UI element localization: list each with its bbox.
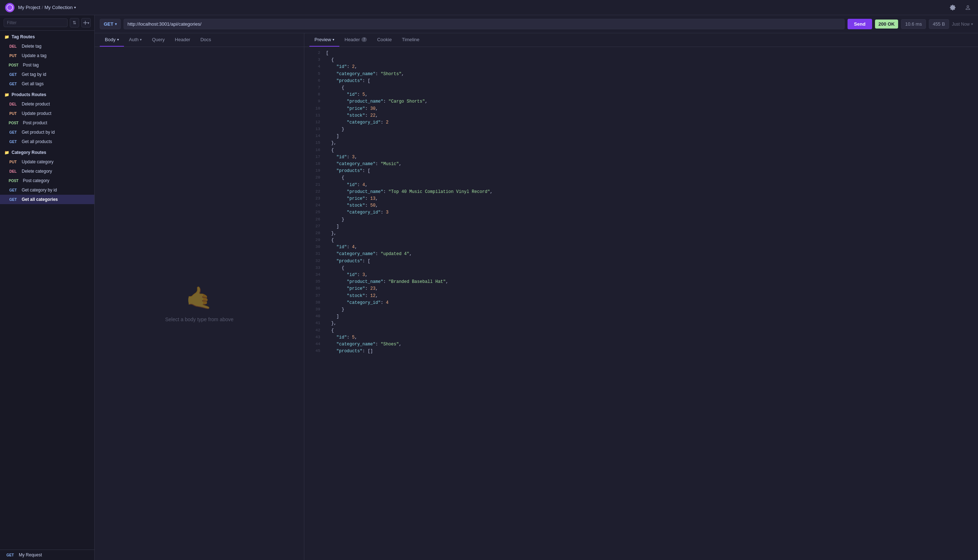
collection-chevron-icon: ▾: [74, 5, 76, 9]
route-item[interactable]: DEL Delete category: [0, 167, 94, 176]
line-content: {: [326, 327, 334, 334]
url-input[interactable]: [124, 19, 844, 29]
sidebar-content: 📁Tag Routes DEL Delete tag PUT Update a …: [0, 31, 94, 550]
code-line: 15 },: [304, 140, 978, 147]
response-time: 10.6 ms: [901, 19, 926, 29]
route-item[interactable]: GET Get product by id: [0, 128, 94, 137]
route-item[interactable]: GET Get all categories: [0, 195, 94, 204]
route-item[interactable]: GET Get all tags: [0, 79, 94, 88]
line-content: ]: [326, 313, 339, 320]
line-number: 29: [309, 237, 320, 244]
code-line: 13 }: [304, 126, 978, 133]
route-item[interactable]: POST Post category: [0, 176, 94, 185]
route-item[interactable]: PUT Update product: [0, 109, 94, 118]
settings-button[interactable]: [948, 3, 958, 13]
status-badge: 200 OK: [875, 20, 898, 28]
code-line: 42 {: [304, 327, 978, 334]
line-number: 15: [309, 140, 320, 147]
method-badge: POST: [7, 178, 20, 183]
line-number: 6: [309, 78, 320, 85]
code-line: 19 "products": [: [304, 168, 978, 175]
request-tab-body[interactable]: Body▾: [100, 33, 124, 47]
line-content: "products": [: [326, 258, 370, 265]
route-label: Delete tag: [22, 44, 42, 49]
line-content: "products": [: [326, 78, 370, 85]
route-item[interactable]: GET Get category by id: [0, 185, 94, 195]
line-number: 32: [309, 258, 320, 265]
line-number: 35: [309, 278, 320, 285]
code-line: 16 {: [304, 147, 978, 154]
route-label: Delete product: [22, 102, 50, 107]
line-number: 34: [309, 272, 320, 278]
method-selector[interactable]: GET ▾: [100, 19, 121, 29]
route-item[interactable]: PUT Update a tag: [0, 51, 94, 60]
response-tab-timeline[interactable]: Timeline: [397, 33, 425, 47]
send-button[interactable]: Send: [848, 19, 872, 29]
method-badge: GET: [7, 130, 19, 135]
route-item[interactable]: GET Get tag by id: [0, 70, 94, 79]
section-header-products-routes[interactable]: 📁Products Routes: [0, 88, 94, 99]
project-name: My Project: [18, 5, 40, 10]
line-number: 42: [309, 327, 320, 334]
method-badge: GET: [7, 140, 19, 144]
sort-button[interactable]: ⇅: [70, 18, 79, 27]
user-button[interactable]: [963, 3, 973, 13]
line-content: "category_name": "Music",: [326, 161, 402, 168]
route-label: Get category by id: [22, 188, 57, 193]
route-item[interactable]: DEL Delete product: [0, 99, 94, 109]
route-label: Get all categories: [22, 197, 58, 202]
route-label: Delete category: [22, 169, 52, 174]
line-number: 41: [309, 320, 320, 327]
code-line: 22 "product_name": "Top 40 Music Compila…: [304, 188, 978, 195]
response-tab-cookie[interactable]: Cookie: [372, 33, 397, 47]
method-chevron-icon: ▾: [115, 22, 117, 26]
request-tab-query[interactable]: Query: [147, 33, 170, 47]
response-timestamp: Just Now ▾: [952, 22, 973, 27]
code-line: 18 "category_name": "Music",: [304, 161, 978, 168]
collection-name[interactable]: My Collection ▾: [45, 5, 76, 10]
code-line: 43 "id": 5,: [304, 334, 978, 341]
line-number: 14: [309, 133, 320, 140]
method-badge: POST: [7, 121, 20, 125]
code-line: 37 "stock": 12,: [304, 293, 978, 300]
route-item[interactable]: DEL Delete tag: [0, 42, 94, 51]
line-number: 10: [309, 105, 320, 112]
line-content: },: [326, 140, 337, 147]
code-line: 33 {: [304, 265, 978, 272]
folder-icon: 📁: [4, 92, 9, 97]
line-content: ]: [326, 223, 339, 230]
route-label: Get all products: [22, 139, 52, 144]
line-content: "stock": 22,: [326, 112, 378, 119]
route-item[interactable]: PUT Update category: [0, 157, 94, 167]
code-view[interactable]: 2 [ 3 { 4 "id": 2, 5 "category_name": "S…: [304, 47, 978, 560]
request-tab-auth[interactable]: Auth▾: [124, 33, 147, 47]
route-item[interactable]: GET Get all products: [0, 137, 94, 146]
request-tab-docs[interactable]: Docs: [195, 33, 216, 47]
line-content: "category_id": 3: [326, 209, 389, 216]
placeholder-text: Select a body type from above: [165, 317, 234, 322]
line-number: 13: [309, 126, 320, 133]
code-line: 36 "price": 23,: [304, 285, 978, 292]
filter-input[interactable]: [3, 18, 68, 27]
code-line: 24 "stock": 50,: [304, 202, 978, 209]
my-request-item[interactable]: GET My Request: [0, 550, 94, 560]
section-header-category-routes[interactable]: 📁Category Routes: [0, 146, 94, 157]
response-tab-header[interactable]: Header7: [339, 33, 372, 47]
request-panel: Body▾Auth▾QueryHeaderDocs 🤙 Select a bod…: [95, 33, 304, 560]
method-badge: DEL: [7, 102, 19, 107]
route-item[interactable]: POST Post product: [0, 118, 94, 128]
line-content: "products": [: [326, 168, 370, 175]
my-request-label: My Request: [19, 552, 42, 557]
response-tab-preview[interactable]: Preview▾: [309, 33, 339, 47]
code-line: 11 "stock": 22,: [304, 112, 978, 119]
section-header-tag-routes[interactable]: 📁Tag Routes: [0, 31, 94, 42]
line-content: "category_id": 2: [326, 119, 389, 126]
add-button[interactable]: ▾: [81, 18, 91, 27]
line-content: }: [326, 126, 344, 133]
code-line: 5 "category_name": "Shorts",: [304, 71, 978, 78]
line-number: 20: [309, 175, 320, 182]
route-item[interactable]: POST Post tag: [0, 60, 94, 70]
request-tab-header[interactable]: Header: [170, 33, 195, 47]
code-line: 41 },: [304, 320, 978, 327]
request-bar: GET ▾ Send 200 OK 10.6 ms 455 B Just Now…: [95, 15, 978, 33]
